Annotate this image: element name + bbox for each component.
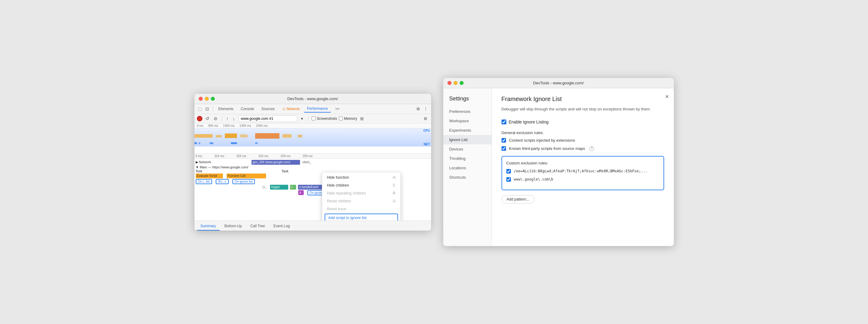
flame-ruler: 9 ms 324 ms 329 ms 334 ms 339 ms 359 ms: [194, 154, 431, 159]
tab-summary[interactable]: Summary: [197, 222, 220, 231]
trigger-bar[interactable]: trigger: [270, 185, 288, 190]
title-bar-right: DevTools - www.google.com/: [443, 78, 674, 88]
network-row: ▶ Network gen_204 (www.google.com) clien…: [196, 160, 430, 165]
reload-icon[interactable]: ↺: [204, 115, 211, 122]
separator-1: [213, 106, 213, 111]
custom-rule2-row: www\.google\.com\b: [506, 177, 659, 182]
minimize-button[interactable]: [205, 97, 209, 101]
settings-sidebar: Settings Preferences Workspace Experimen…: [443, 88, 492, 246]
svg-rect-9: [210, 142, 213, 144]
rule1-checkbox[interactable]: [501, 138, 506, 142]
context-menu: Hide function H Hide children C Hide rep…: [322, 172, 401, 221]
custom-exclusion-title: Custom exclusion rules:: [506, 161, 659, 165]
nav-experiments[interactable]: Experiments: [443, 126, 492, 135]
tab-performance[interactable]: Performance: [304, 105, 331, 112]
timeline-ruler: 4 ms 994 ms 1494 ms 1994 ms 2494 ms: [194, 124, 431, 128]
nav-workspace[interactable]: Workspace: [443, 116, 492, 126]
memory-checkbox[interactable]: Memory: [339, 117, 357, 121]
tab-network[interactable]: Network: [279, 105, 303, 112]
close-button-right[interactable]: [447, 81, 452, 85]
main-row-label: ▼ Main — https://www.google.com/: [196, 165, 250, 169]
settings-icon[interactable]: ⊞: [359, 116, 365, 122]
svg-rect-4: [255, 133, 279, 139]
nav-preferences[interactable]: Preferences: [443, 107, 492, 116]
tab-console[interactable]: Console: [238, 105, 257, 112]
separator-3: [308, 116, 309, 121]
network-bar[interactable]: gen_204 (www.google.com): [251, 160, 300, 165]
nav-devices[interactable]: Devices: [443, 144, 492, 154]
traffic-lights-right: [447, 81, 464, 85]
section-desc: Debugger will skip through the scripts a…: [501, 106, 664, 112]
screenshots-checkbox[interactable]: Screenshots: [312, 117, 337, 121]
col-task-2: Task: [282, 170, 288, 173]
custom-exclusion-box: Custom exclusion rules: /ee=ALcJib:B8gLw…: [501, 156, 664, 190]
timeline-bars[interactable]: CPU NET: [194, 128, 431, 147]
hide-repeating-key: R: [393, 191, 396, 195]
svg-rect-10: [231, 142, 237, 144]
device-icon[interactable]: ⊡: [204, 106, 210, 112]
add-pattern-button[interactable]: Add pattern...: [501, 195, 534, 203]
hide-children-key: C: [393, 183, 396, 188]
minimize-button-right[interactable]: [454, 81, 458, 85]
custom-rule2-checkbox[interactable]: [506, 177, 511, 182]
function-call-bar[interactable]: Function Call: [227, 173, 266, 179]
flame-mark-5: 359 ms: [303, 154, 312, 158]
custom-rule1-checkbox[interactable]: [506, 169, 511, 173]
perf-gear-icon[interactable]: ⚙: [423, 116, 429, 122]
tab-elements[interactable]: Elements: [215, 105, 237, 112]
nav-throttling[interactable]: Throttling: [443, 154, 492, 163]
flame-mark-1: 324 ms: [214, 154, 224, 158]
upload-icon[interactable]: ↑: [225, 115, 230, 122]
devtools-right-window: DevTools - www.google.com/ Settings Pref…: [443, 78, 674, 246]
a-bar[interactable]: A: [298, 190, 304, 195]
flame-chart[interactable]: 9 ms 324 ms 329 ms 334 ms 339 ms 359 ms …: [194, 154, 431, 221]
ruler-mark-3: 1994 ms: [237, 124, 253, 127]
network-badge: client_: [303, 160, 311, 164]
rule2-checkbox[interactable]: [501, 146, 506, 151]
clear-icon[interactable]: ⊘: [212, 115, 219, 122]
tab-call-tree[interactable]: Call Tree: [247, 222, 269, 231]
more-icon[interactable]: ⋮: [423, 106, 429, 112]
col-task-1: Task: [196, 170, 250, 173]
maximize-button-right[interactable]: [460, 81, 464, 85]
settings-close-button[interactable]: ×: [665, 93, 669, 100]
reset-children-key: U: [393, 199, 396, 203]
svg-rect-1: [216, 135, 222, 137]
download-icon[interactable]: ↓: [231, 115, 236, 122]
rule2-label: Known third-party scripts from source ma…: [509, 146, 585, 151]
ctx-hide-function[interactable]: Hide function H: [322, 173, 401, 182]
tab-event-log[interactable]: Event Log: [270, 222, 293, 231]
close-button[interactable]: [199, 97, 203, 101]
separator-2: [222, 116, 222, 121]
ctx-add-script[interactable]: Add script to ignore list: [324, 214, 398, 221]
tab-more[interactable]: >>: [332, 105, 343, 112]
timeline-area: 4 ms 994 ms 1494 ms 1994 ms 2494 ms CPU …: [194, 124, 431, 154]
enable-ignore-row: Enable Ignore Listing: [501, 120, 664, 124]
on-i-list-badge[interactable]: On i...list: [196, 179, 212, 184]
on-ignore-list-badge-1[interactable]: On ignore list: [232, 179, 255, 184]
gear-icon[interactable]: ⚙: [415, 106, 422, 112]
evaluate-script-bar[interactable]: Evaluate Script: [196, 173, 223, 179]
rule1-row: Content scripts injected by extensions: [501, 138, 664, 142]
help-icon[interactable]: ?: [589, 146, 594, 151]
ctx-hide-children[interactable]: Hide children C: [322, 182, 401, 189]
rule1-label: Content scripts injected by extensions: [509, 138, 575, 142]
ru-s-badge[interactable]: Ru...s: [216, 179, 228, 184]
tab-sources[interactable]: Sources: [258, 105, 278, 112]
flame-mark-3: 334 ms: [258, 154, 269, 158]
section-title: Framework Ignore List: [501, 96, 664, 102]
tab-bottom-up[interactable]: Bottom-Up: [221, 222, 245, 231]
c-bar[interactable]: c: [290, 185, 296, 190]
nav-locations[interactable]: Locations: [443, 163, 492, 173]
svg-rect-0: [194, 134, 213, 138]
net-label: NET: [424, 142, 430, 146]
nav-shortcuts[interactable]: Shortcuts: [443, 173, 492, 182]
enable-ignore-checkbox[interactable]: [501, 120, 506, 124]
custom-rule2-label: www\.google\.com\b: [514, 177, 553, 182]
url-input[interactable]: [238, 115, 297, 122]
inspector-icon[interactable]: ⬚: [197, 106, 203, 112]
maximize-button[interactable]: [211, 97, 215, 101]
record-button[interactable]: [197, 116, 203, 121]
url-dropdown-icon[interactable]: ▾: [299, 116, 305, 122]
nav-ignore-list[interactable]: Ignore List: [443, 135, 492, 144]
